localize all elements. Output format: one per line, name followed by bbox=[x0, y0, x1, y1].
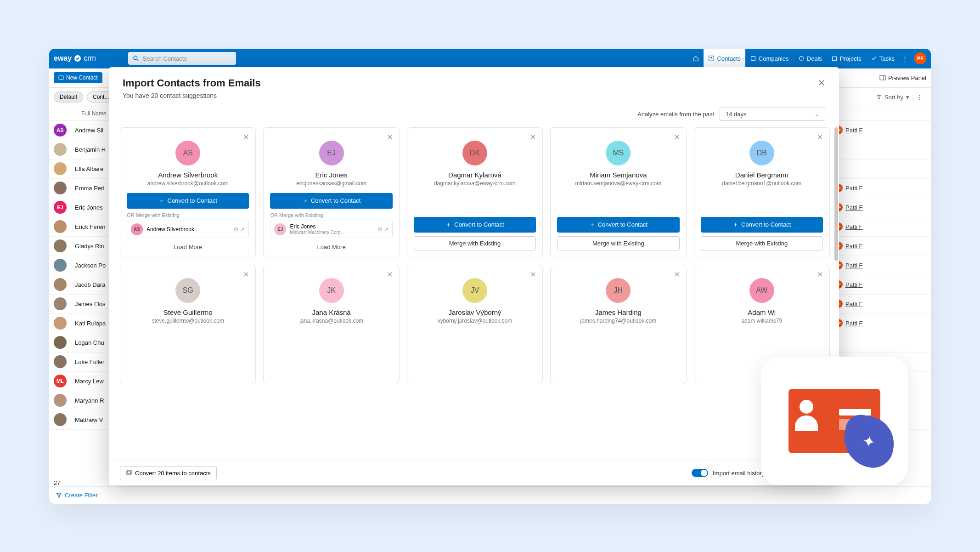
card-email: andrew.silverbrook@outlook.com bbox=[147, 180, 229, 187]
merge-button[interactable]: Merge with Existing bbox=[414, 236, 536, 250]
open-icon[interactable]: ↗ bbox=[384, 226, 389, 233]
owner-cell[interactable]: PFPatti F bbox=[834, 126, 926, 134]
row-count: 27 bbox=[54, 479, 60, 486]
card-avatar: DB bbox=[749, 141, 774, 165]
suggestion-card: JH James Harding james.harding74@outlook… bbox=[550, 265, 686, 384]
row-avatar bbox=[54, 278, 67, 291]
search-placeholder: Search Contacts bbox=[143, 55, 187, 62]
merge-label: OR Merge with Existing bbox=[270, 212, 323, 218]
svg-point-4 bbox=[711, 57, 713, 59]
nav-more[interactable]: ⋮ bbox=[899, 49, 911, 68]
card-icon bbox=[58, 75, 64, 80]
merge-suggestion[interactable]: EJ Eric JonesMidwest Machinery Corp. ⊘↗ bbox=[270, 221, 392, 238]
create-filter-button[interactable]: Create Filter bbox=[56, 492, 98, 499]
modal-filter: Analyze emails from the past 14 days ⌄ bbox=[109, 104, 839, 127]
scrollbar-thumb[interactable] bbox=[834, 127, 838, 261]
row-avatar bbox=[54, 220, 67, 233]
svg-rect-7 bbox=[832, 57, 836, 61]
link-icon[interactable]: ⊘ bbox=[377, 226, 382, 233]
row-avatar bbox=[54, 182, 67, 194]
modal-subtitle: You have 20 contact suggestions bbox=[123, 92, 825, 99]
load-more-button[interactable]: Load More bbox=[317, 244, 346, 250]
open-icon[interactable]: ↗ bbox=[240, 226, 245, 233]
link-icon[interactable]: ⊘ bbox=[234, 226, 238, 233]
convert-button[interactable]: ＋Convert to Contact bbox=[414, 217, 536, 233]
dismiss-button[interactable] bbox=[816, 132, 825, 142]
nav-contacts[interactable]: Contacts bbox=[704, 49, 745, 68]
nav-tasks[interactable]: Tasks bbox=[866, 49, 899, 68]
logo: eway crm bbox=[54, 54, 96, 63]
plus-icon: ＋ bbox=[302, 197, 308, 205]
search-input[interactable]: Search Contacts bbox=[128, 52, 236, 65]
row-avatar bbox=[54, 239, 67, 252]
owner-cell[interactable]: PFPatti F bbox=[834, 242, 926, 250]
dismiss-button[interactable] bbox=[385, 270, 394, 279]
card-email: james.harding74@outlook.com bbox=[580, 318, 657, 324]
import-history-toggle[interactable] bbox=[692, 469, 708, 477]
dismiss-button[interactable] bbox=[385, 132, 394, 142]
sort-by-button[interactable]: Sort by ▾ bbox=[876, 94, 909, 101]
owner-name: Patti F bbox=[845, 320, 863, 327]
home-icon bbox=[693, 55, 699, 62]
corner-badge: ✦ bbox=[761, 357, 908, 485]
nav-home[interactable] bbox=[688, 49, 704, 68]
dismiss-button[interactable] bbox=[529, 132, 538, 142]
new-contact-button[interactable]: New Contact bbox=[54, 72, 102, 83]
convert-button[interactable]: ＋Convert to Contact bbox=[701, 217, 823, 233]
merge-button[interactable]: Merge with Existing bbox=[557, 236, 679, 250]
owner-cell[interactable]: PFPatti F bbox=[834, 184, 926, 192]
dismiss-button[interactable] bbox=[672, 132, 681, 142]
card-email: daniel.bergmann1@outlook.com bbox=[722, 180, 801, 187]
card-name: James Harding bbox=[595, 308, 642, 316]
card-avatar: DK bbox=[462, 141, 487, 165]
preview-panel-label: Preview Panel bbox=[888, 74, 926, 81]
import-contacts-modal: Import Contacts from Emails You have 20 … bbox=[109, 67, 839, 485]
chip-default[interactable]: Default bbox=[54, 91, 83, 102]
dismiss-button[interactable] bbox=[242, 270, 251, 279]
dismiss-button[interactable] bbox=[816, 270, 825, 279]
svg-point-1 bbox=[134, 56, 137, 60]
close-icon bbox=[818, 80, 825, 86]
card-avatar: AS bbox=[175, 141, 200, 165]
merge-avatar: EJ bbox=[274, 223, 286, 235]
row-avatar bbox=[54, 259, 67, 272]
more-button[interactable]: ⋮ bbox=[913, 94, 926, 101]
row-avatar bbox=[54, 413, 67, 426]
nav-projects-label: Projects bbox=[840, 55, 862, 62]
load-more-button[interactable]: Load More bbox=[174, 244, 202, 250]
convert-button[interactable]: ＋Convert to Contact bbox=[127, 193, 249, 209]
card-email: jana.krasna@outlook.com bbox=[299, 318, 363, 324]
card-email: dagmar.kylarova@eway-crm.com bbox=[434, 180, 516, 187]
contact-card-icon: ✦ bbox=[789, 389, 880, 453]
owner-cell[interactable]: PFPatti F bbox=[834, 203, 926, 211]
merge-suggestion[interactable]: AS Andrew Silverbrook ⊘↗ bbox=[127, 221, 249, 238]
modal-header: Import Contacts from Emails You have 20 … bbox=[109, 67, 839, 104]
nav-projects[interactable]: Projects bbox=[827, 49, 866, 68]
row-avatar bbox=[54, 355, 67, 368]
card-avatar: JK bbox=[319, 278, 344, 303]
convert-button[interactable]: ＋Convert to Contact bbox=[557, 217, 679, 233]
user-avatar[interactable]: PF bbox=[914, 52, 926, 64]
close-button[interactable] bbox=[815, 76, 828, 89]
dismiss-button[interactable] bbox=[529, 270, 538, 279]
suggestion-card: MS Miriam Semjanova miriam.semjanova@ewa… bbox=[550, 127, 686, 257]
owner-cell[interactable]: PFPatti F bbox=[834, 300, 926, 308]
preview-panel-button[interactable]: Preview Panel bbox=[879, 74, 926, 81]
modal-footer: Convert 20 items to contacts Import emai… bbox=[109, 461, 839, 485]
nav-companies[interactable]: Companies bbox=[745, 49, 794, 68]
chevron-down-icon: ⌄ bbox=[814, 111, 819, 118]
dismiss-button[interactable] bbox=[672, 270, 681, 279]
convert-all-button[interactable]: Convert 20 items to contacts bbox=[120, 466, 217, 480]
period-select[interactable]: 14 days ⌄ bbox=[720, 108, 825, 121]
owner-cell[interactable]: PFPatti F bbox=[834, 319, 926, 327]
owner-cell[interactable]: PFPatti F bbox=[834, 261, 926, 269]
dismiss-button[interactable] bbox=[242, 132, 251, 142]
card-email: vyborny.jaroslav@outlook.com bbox=[438, 318, 513, 324]
convert-button[interactable]: ＋Convert to Contact bbox=[270, 193, 392, 209]
cards-scroll[interactable]: AS Andrew Silverbrook andrew.silverbrook… bbox=[109, 127, 839, 461]
svg-rect-11 bbox=[127, 471, 130, 475]
nav-deals[interactable]: Deals bbox=[794, 49, 827, 68]
merge-button[interactable]: Merge with Existing bbox=[701, 236, 823, 250]
owner-cell[interactable]: PFPatti F bbox=[834, 280, 926, 289]
owner-cell[interactable]: PFPatti F bbox=[834, 222, 926, 231]
